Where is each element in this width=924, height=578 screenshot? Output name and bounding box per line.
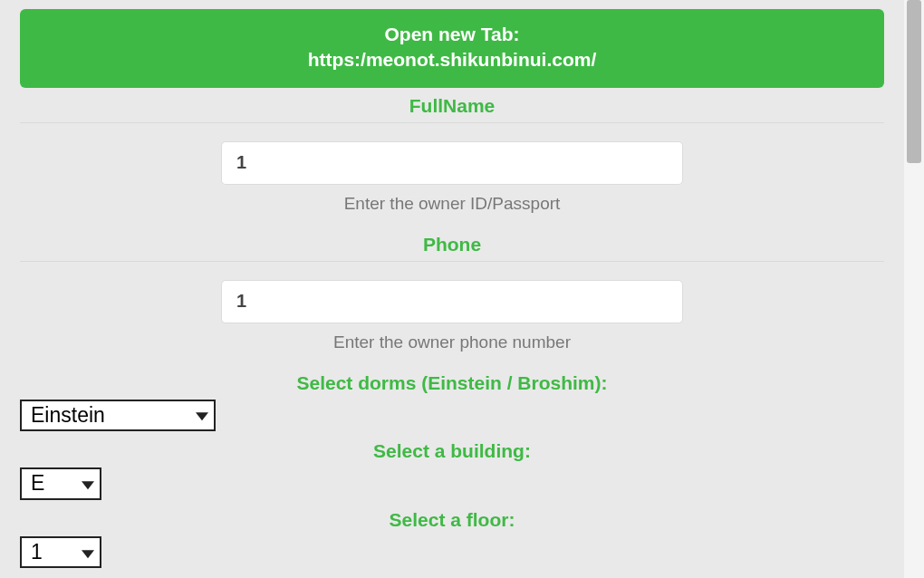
building-select[interactable]: E <box>20 467 101 500</box>
open-tab-banner[interactable]: Open new Tab: https:/meonot.shikunbinui.… <box>20 9 884 88</box>
owner-phone-helper: Enter the owner phone number <box>20 332 884 352</box>
floor1-select[interactable]: 1 <box>20 536 101 569</box>
fullname-label: FullName <box>20 95 884 117</box>
building-label: Select a building: <box>20 440 884 462</box>
owner-id-input[interactable] <box>221 141 683 185</box>
scroll-thumb[interactable] <box>907 0 921 163</box>
dorms-select[interactable]: Einstein <box>20 400 216 432</box>
phone-label: Phone <box>20 234 884 255</box>
divider <box>20 122 884 123</box>
scrollbar[interactable] <box>904 0 924 578</box>
divider <box>20 261 884 262</box>
owner-id-helper: Enter the owner ID/Passport <box>20 194 884 214</box>
banner-line2: https:/meonot.shikunbinui.com/ <box>29 47 875 72</box>
form-content: Open new Tab: https:/meonot.shikunbinui.… <box>0 0 904 578</box>
dorms-label: Select dorms (Einstein / Broshim): <box>20 372 884 394</box>
owner-phone-input[interactable] <box>221 280 683 323</box>
floor1-label: Select a floor: <box>20 509 884 531</box>
banner-line1: Open new Tab: <box>29 22 875 47</box>
